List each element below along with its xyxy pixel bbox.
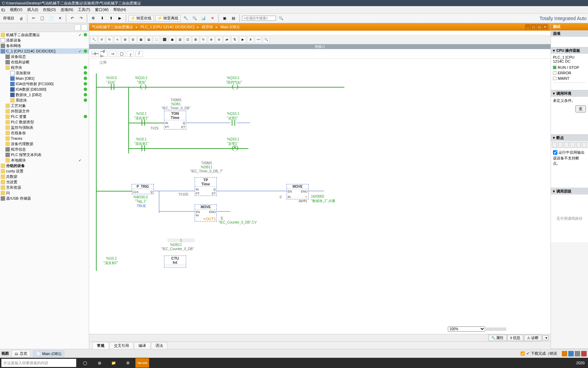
tree-item[interactable]: Traces — [0, 136, 89, 141]
bp-tool-icon[interactable] — [564, 142, 569, 148]
info-tab[interactable]: ℹ 信息 — [507, 335, 523, 341]
move1-block[interactable]: MOVE EN ENO IN ✳OUT1 — [195, 204, 217, 221]
bp-tool-icon[interactable] — [570, 142, 575, 148]
et-icon[interactable]: ⊡ — [184, 36, 191, 43]
bp-tool-icon[interactable] — [558, 142, 563, 148]
et-icon[interactable]: ⊖ — [216, 36, 223, 43]
compile-icon[interactable]: ⚙ — [89, 15, 97, 22]
tree-item[interactable]: 本地模块✔ — [0, 157, 89, 163]
tree-view-icon-2[interactable] — [81, 25, 87, 31]
ctu-block[interactable]: CTUInt — [164, 256, 186, 267]
tb-icon-1[interactable]: 🔧 — [182, 15, 190, 22]
tree-item[interactable]: 设备代理数据 — [0, 141, 89, 147]
copy-icon[interactable]: 📋 — [38, 15, 46, 22]
tab-crossref[interactable]: 交叉引用 — [110, 342, 133, 349]
search-go-icon[interactable]: 🔍 — [277, 15, 285, 22]
tray-icon[interactable] — [581, 351, 587, 356]
tree-item[interactable]: curity 设置 — [0, 168, 89, 174]
update-button[interactable]: 更 — [575, 105, 586, 112]
taskview-icon[interactable]: ⊞ — [93, 358, 106, 368]
save-project-button[interactable]: 存项目 — [1, 15, 16, 22]
tp-block[interactable]: TPTime IN Q PT ET — [195, 177, 217, 196]
tb-icon-2[interactable]: 🔍 — [191, 15, 198, 22]
maximize-icon[interactable]: ▢ — [531, 24, 536, 30]
zoom-select[interactable]: 100% — [448, 326, 485, 332]
menu-view[interactable]: 视图(V) — [10, 7, 22, 12]
tray-icon[interactable] — [575, 351, 580, 356]
tree-item[interactable]: IOA数据 [DB1000] — [0, 87, 89, 92]
menu-online[interactable]: 在线(O) — [43, 7, 56, 12]
tree-item[interactable]: 分组的设备 — [0, 163, 89, 168]
tree-item[interactable]: Main [OB1] — [0, 76, 89, 81]
tree-item[interactable]: 言和资源 — [0, 185, 89, 190]
go-offline-button[interactable]: ⚡转至离线 — [155, 15, 181, 22]
et-icon[interactable]: ⊟ — [130, 36, 136, 43]
tb-icon-3[interactable]: 📊 — [200, 15, 207, 22]
inspector-collapse-icon[interactable]: ▾ — [542, 335, 549, 340]
tree-item[interactable]: 程序信息 — [0, 147, 89, 152]
tree-item[interactable]: 监控与强制表 — [0, 125, 89, 130]
tray-icon[interactable] — [562, 351, 567, 356]
tree-item[interactable]: 外部源文件 — [0, 108, 89, 114]
properties-tab[interactable]: 🔧 属性 — [488, 335, 507, 341]
project-search-input[interactable] — [242, 16, 276, 21]
et-icon[interactable]: ▤ — [145, 36, 152, 43]
ptrig-block[interactable]: P_TRIG CLK Q — [132, 184, 154, 194]
print-icon[interactable]: 🖨 — [17, 15, 25, 22]
main-ob1-tab[interactable]: 📄 Main (OB1) — [33, 350, 64, 357]
ton-block[interactable]: TONTime IN Q PT ET — [164, 111, 186, 129]
os-search-input[interactable]: 在这里输入你要搜索的内容 — [1, 359, 76, 367]
tb-icon-5[interactable]: ▣ — [221, 15, 228, 22]
cut-icon[interactable]: ✂ — [30, 15, 37, 22]
project-tree[interactable]: 机械手二自由度搬运✔添新设备备和网络C_1 [CPU 1214C DC/DC/D… — [0, 32, 89, 349]
move2-block[interactable]: MOVE EN ENO IN ✳ — [287, 184, 309, 199]
tree-item[interactable]: 机械手二自由度搬运✔ — [0, 32, 89, 37]
download-icon[interactable]: ⬇ — [98, 15, 106, 22]
et-icon[interactable]: 🔧 — [91, 36, 97, 43]
nc-contact-icon[interactable]: ⊣/⊢ — [100, 51, 108, 57]
bp-enable-checkbox[interactable] — [553, 150, 557, 155]
upload-icon[interactable]: ⬆ — [107, 15, 115, 22]
zoom-slider[interactable] — [486, 327, 506, 331]
tree-item[interactable]: 器/USB 存储器 — [0, 196, 89, 201]
breakpoints-header[interactable]: ▾ 断点 — [551, 135, 588, 141]
crumb-plc[interactable]: PLC_1 [CPU 1214C DC/DC/DC] — [141, 25, 194, 29]
undo-icon[interactable]: ↶ — [68, 15, 76, 22]
et-icon[interactable]: ⊞ — [122, 36, 129, 43]
et-icon[interactable]: ▦ — [137, 36, 144, 43]
tree-item[interactable]: 数据块_1 [DB2] — [0, 92, 89, 97]
delete-icon[interactable]: ✕ — [56, 15, 64, 22]
block-interface-header[interactable]: 块接口 — [89, 44, 551, 49]
tree-item[interactable]: IOA信号映射 [FC1000] — [0, 81, 89, 87]
tree-item[interactable]: 程序块 — [0, 65, 89, 70]
tree-item[interactable]: 备和网络 — [0, 43, 89, 48]
tree-item[interactable]: 系统块 — [0, 97, 89, 103]
go-online-button[interactable]: ⚡转至在线 — [128, 15, 154, 22]
explorer-icon[interactable]: 📁 — [107, 358, 120, 368]
crumb-project[interactable]: 气动机械手二自由度搬运 — [92, 25, 133, 30]
call-env-header[interactable]: ▾ 调用环境 — [551, 90, 588, 97]
tree-item[interactable]: 当设置 — [0, 179, 89, 185]
minimize-icon[interactable]: _ — [525, 24, 530, 30]
tree-item[interactable]: C_1 [CPU 1214C DC/DC/DC]✔ — [0, 48, 89, 54]
et-icon[interactable]: 👓 — [255, 36, 262, 43]
bp-tool-icon[interactable] — [552, 142, 557, 148]
menu-window[interactable]: 窗口(W) — [95, 7, 109, 12]
restore-icon[interactable]: ◱ — [537, 24, 542, 30]
tree-item[interactable]: 问 — [0, 190, 89, 196]
options-header[interactable]: 选项 — [551, 30, 588, 37]
tree-item[interactable]: PLC 数据类型 — [0, 119, 89, 125]
tab-syntax[interactable]: 语法 — [151, 342, 167, 349]
et-icon[interactable]: ⬚ — [153, 36, 160, 43]
tia-portal-icon[interactable]: TIA V15 — [135, 358, 149, 368]
et-icon[interactable]: ↻ — [200, 36, 207, 43]
tree-item[interactable]: 共数据 — [0, 174, 89, 179]
et-icon[interactable]: ↺ — [98, 36, 105, 43]
paste-icon[interactable]: 📄 — [47, 15, 55, 22]
menu-options[interactable]: 选项(N) — [61, 7, 73, 12]
app-icon[interactable]: ⚙ — [121, 358, 135, 368]
tree-view-icon-1[interactable] — [75, 25, 81, 31]
et-icon[interactable]: ▶ — [239, 36, 246, 43]
et-icon[interactable]: ≡ — [114, 36, 121, 43]
tab-general[interactable]: 常规 — [93, 342, 109, 349]
